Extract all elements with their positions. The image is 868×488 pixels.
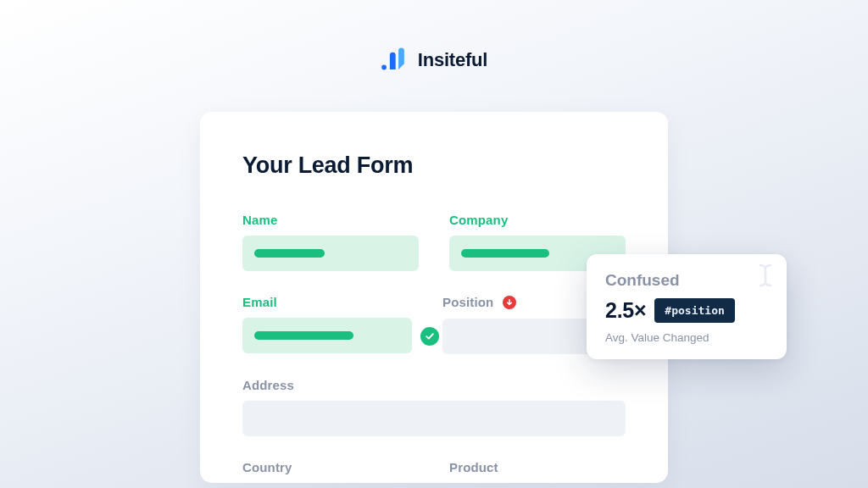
- checkmark-icon: [420, 327, 439, 346]
- input-address[interactable]: [242, 401, 626, 436]
- insight-tooltip: Confused 2.5× #position Avg. Value Chang…: [587, 254, 787, 359]
- insight-metric: 2.5×: [605, 298, 646, 323]
- field-label-product: Product: [449, 460, 626, 474]
- field-label-position-text: Position: [442, 295, 493, 309]
- brand-mark-icon: [381, 47, 409, 73]
- field-label-country: Country: [242, 460, 419, 474]
- field-product: Product: [449, 460, 626, 483]
- arrow-down-icon: [503, 296, 516, 309]
- value-bar-icon: [254, 331, 353, 340]
- field-address: Address: [242, 378, 626, 436]
- field-name: Name: [242, 213, 419, 271]
- text-cursor-icon: [754, 263, 776, 288]
- field-country: Country: [242, 460, 419, 483]
- field-label-address: Address: [242, 378, 626, 392]
- svg-point-0: [381, 65, 387, 70]
- input-email[interactable]: [242, 318, 412, 353]
- field-label-email: Email: [242, 295, 412, 309]
- insight-title: Confused: [605, 271, 768, 290]
- field-label-name: Name: [242, 213, 419, 227]
- field-email: Email: [242, 295, 412, 354]
- form-title: Your Lead Form: [242, 152, 626, 179]
- value-bar-icon: [254, 249, 325, 258]
- field-label-company: Company: [449, 213, 626, 227]
- brand-logo: Insiteful: [381, 47, 487, 73]
- value-bar-icon: [461, 249, 549, 258]
- input-name[interactable]: [242, 236, 419, 271]
- insight-field-tag: #position: [654, 298, 734, 323]
- insight-caption: Avg. Value Changed: [605, 331, 768, 344]
- brand-name: Insiteful: [418, 49, 487, 71]
